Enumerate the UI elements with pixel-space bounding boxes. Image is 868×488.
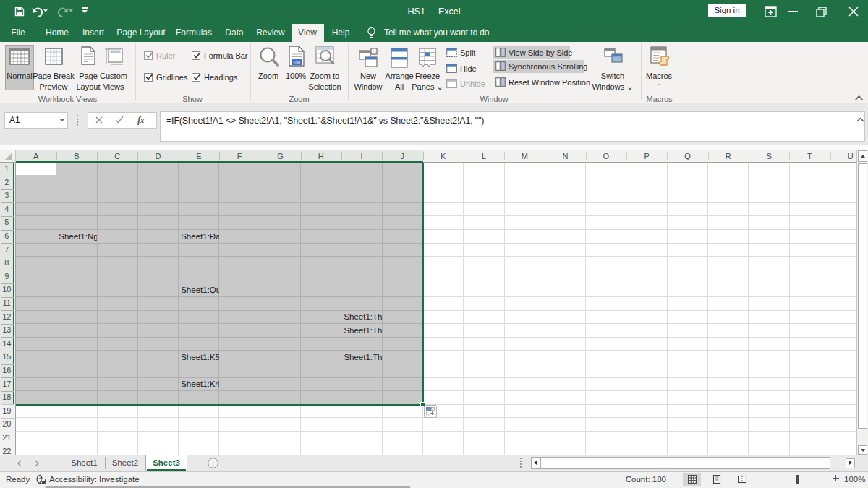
svg-text:100: 100 — [293, 61, 301, 65]
